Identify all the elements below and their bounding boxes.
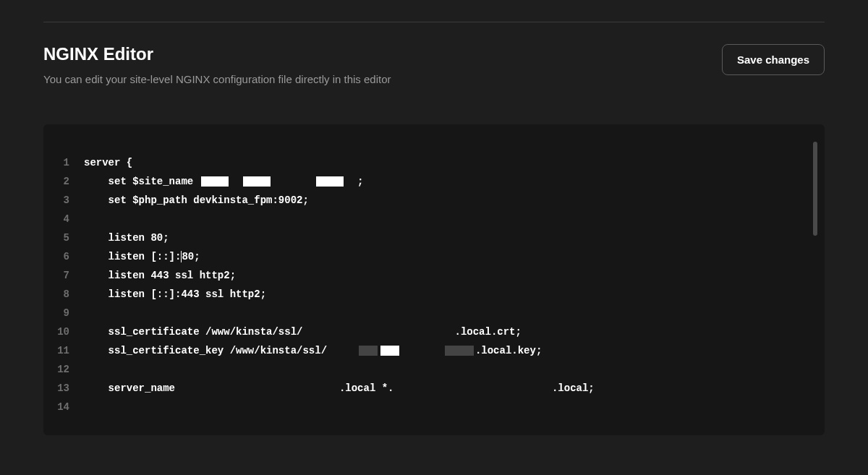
code-editor[interactable]: 1server {2 set $site_name ;3 set $php_pa… bbox=[43, 124, 825, 435]
line-number: 1 bbox=[43, 157, 84, 168]
redacted-text bbox=[316, 176, 344, 187]
code-line[interactable]: 6 listen [::]:80; bbox=[43, 247, 803, 266]
code-line[interactable]: 8 listen [::]:443 ssl http2; bbox=[43, 285, 803, 304]
line-number: 11 bbox=[43, 345, 84, 356]
code-line[interactable]: 4 bbox=[43, 210, 803, 228]
line-number: 14 bbox=[43, 401, 84, 413]
line-number: 4 bbox=[43, 213, 84, 225]
line-number: 5 bbox=[43, 232, 84, 244]
line-number: 10 bbox=[43, 326, 84, 338]
code-line[interactable]: 14 bbox=[43, 398, 803, 416]
code-content[interactable]: listen [::]:443 ssl http2; bbox=[84, 288, 266, 300]
page-title: NGINX Editor bbox=[43, 44, 722, 64]
code-content[interactable]: set $site_name ; bbox=[84, 176, 363, 187]
page-subtitle: You can edit your site-level NGINX confi… bbox=[43, 73, 722, 85]
line-number: 7 bbox=[43, 270, 84, 281]
code-content[interactable]: server_name .local *. .local; bbox=[84, 382, 595, 394]
code-content[interactable]: listen [::]:80; bbox=[84, 251, 200, 262]
code-line[interactable]: 10 ssl_certificate /www/kinsta/ssl/ .loc… bbox=[43, 322, 803, 341]
code-content[interactable]: ssl_certificate_key /www/kinsta/ssl/ .lo… bbox=[84, 345, 542, 356]
code-line[interactable]: 12 bbox=[43, 360, 803, 379]
line-number: 9 bbox=[43, 307, 84, 319]
line-number: 12 bbox=[43, 364, 84, 375]
code-line[interactable]: 11 ssl_certificate_key /www/kinsta/ssl/ … bbox=[43, 341, 803, 360]
line-number: 13 bbox=[43, 382, 84, 394]
code-line[interactable]: 2 set $site_name ; bbox=[43, 172, 803, 191]
line-number: 8 bbox=[43, 288, 84, 300]
code-content[interactable]: listen 80; bbox=[84, 232, 169, 244]
code-content[interactable]: set $php_path devkinsta_fpm:9002; bbox=[84, 194, 309, 206]
code-line[interactable]: 3 set $php_path devkinsta_fpm:9002; bbox=[43, 191, 803, 210]
code-content[interactable]: server { bbox=[84, 157, 132, 168]
code-line[interactable]: 9 bbox=[43, 304, 803, 322]
line-number: 3 bbox=[43, 194, 84, 206]
line-number: 2 bbox=[43, 176, 84, 187]
redacted-text bbox=[359, 346, 378, 356]
code-content[interactable]: listen 443 ssl http2; bbox=[84, 270, 236, 281]
code-line[interactable]: 5 listen 80; bbox=[43, 228, 803, 247]
code-content[interactable] bbox=[84, 401, 109, 413]
redacted-text bbox=[201, 176, 229, 187]
code-content[interactable]: ssl_certificate /www/kinsta/ssl/ .local.… bbox=[84, 326, 522, 338]
header-bar: NGINX Editor You can edit your site-leve… bbox=[43, 22, 825, 85]
scrollbar-thumb[interactable] bbox=[813, 142, 817, 236]
save-changes-button[interactable]: Save changes bbox=[722, 44, 825, 75]
redacted-text bbox=[380, 346, 399, 356]
redacted-text bbox=[445, 346, 474, 356]
code-line[interactable]: 7 listen 443 ssl http2; bbox=[43, 266, 803, 285]
code-line[interactable]: 13 server_name .local *. .local; bbox=[43, 379, 803, 398]
line-number: 6 bbox=[43, 251, 84, 262]
code-line[interactable]: 1server { bbox=[43, 153, 803, 172]
redacted-text bbox=[243, 176, 271, 187]
